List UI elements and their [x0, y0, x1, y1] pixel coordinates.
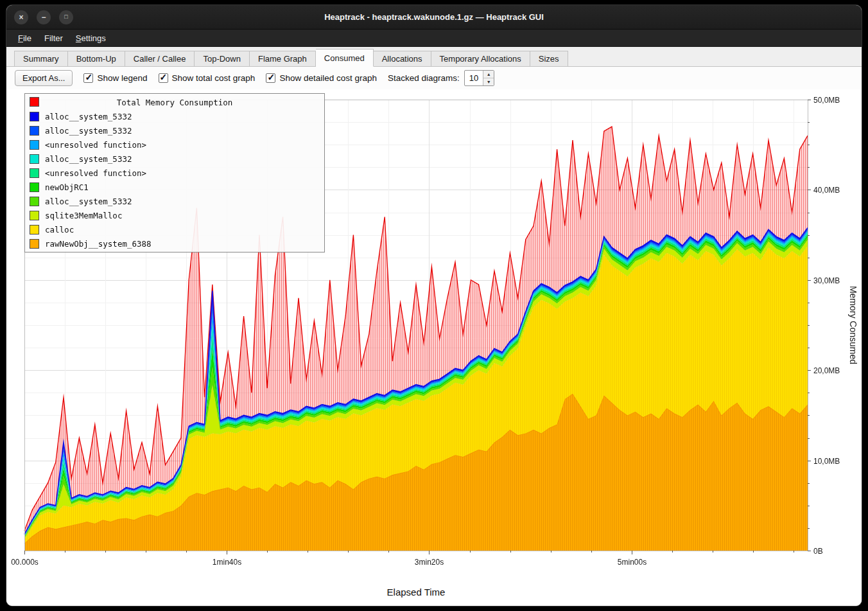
checkbox-check-icon	[83, 73, 93, 83]
legend-swatch	[30, 211, 39, 220]
stacked-diagrams-value: 10	[465, 73, 483, 83]
legend-swatch	[30, 140, 39, 150]
legend-title: Total Memory Consumption	[117, 98, 233, 107]
legend-label: rawNewObj__system_6388	[45, 239, 152, 249]
legend-swatch	[30, 239, 39, 249]
legend-label: <unresolved function>	[45, 140, 146, 150]
legend-total-swatch	[30, 97, 39, 107]
chart-legend: Total Memory Consumption alloc__system_5…	[24, 93, 325, 252]
tab-temporary-allocations[interactable]: Temporary Allocations	[431, 51, 530, 67]
tab-flame-graph[interactable]: Flame Graph	[250, 51, 316, 67]
tab-consumed[interactable]: Consumed	[316, 49, 374, 67]
stacked-diagrams-spinbox[interactable]: 10	[464, 70, 494, 86]
legend-swatch	[30, 112, 39, 121]
legend-swatch	[30, 168, 39, 178]
legend-item-1: alloc__system_5332	[25, 123, 324, 137]
window-controls: × − □	[14, 5, 73, 29]
legend-item-6: alloc__system_5332	[25, 194, 324, 208]
legend-swatch	[30, 126, 39, 136]
tab-caller-callee[interactable]: Caller / Callee	[125, 51, 195, 67]
minimize-button[interactable]: −	[37, 10, 51, 24]
legend-title-row: Total Memory Consumption	[25, 95, 324, 109]
heaptrack-window: × − □ Heaptrack - heaptrack.wakunode.1.g…	[6, 5, 862, 606]
legend-item-9: rawNewObj__system_6388	[25, 236, 324, 251]
titlebar[interactable]: × − □ Heaptrack - heaptrack.wakunode.1.g…	[6, 5, 862, 30]
spin-up-icon[interactable]	[483, 71, 494, 78]
legend-label: <unresolved function>	[45, 168, 146, 178]
export-as-button[interactable]: Export As...	[15, 70, 73, 86]
legend-label: sqlite3MemMalloc	[45, 211, 122, 220]
checkbox-show-total-cost-graph[interactable]: Show total cost graph	[159, 73, 256, 83]
legend-label: alloc__system_5332	[45, 154, 132, 164]
menu-filter[interactable]: Filter	[38, 31, 69, 45]
stacked-diagrams-label: Stacked diagrams:	[388, 73, 460, 83]
legend-item-4: <unresolved function>	[25, 166, 324, 180]
spinner-arrows	[483, 71, 494, 85]
legend-label: alloc__system_5332	[45, 126, 132, 136]
stacked-diagrams-group: Stacked diagrams: 10	[388, 70, 494, 86]
legend-label: calloc	[45, 225, 74, 235]
checkbox-check-icon	[159, 73, 168, 83]
legend-rows: alloc__system_5332alloc__system_5332<unr…	[25, 109, 324, 251]
legend-swatch	[30, 197, 39, 206]
legend-label: newObjRC1	[45, 182, 89, 192]
checkbox-check-icon	[266, 73, 275, 83]
legend-label: alloc__system_5332	[45, 112, 132, 121]
tab-top-down[interactable]: Top-Down	[195, 51, 250, 67]
tab-summary[interactable]: Summary	[14, 51, 68, 67]
spin-down-icon[interactable]	[483, 78, 494, 85]
chart-region: Total Memory Consumption alloc__system_5…	[6, 89, 862, 606]
tabbar: Summary Bottom-Up Caller / Callee Top-Do…	[6, 47, 862, 67]
legend-item-3: alloc__system_5332	[25, 152, 324, 166]
checkbox-show-legend[interactable]: Show legend	[83, 73, 147, 83]
legend-swatch	[30, 225, 39, 235]
checkbox-show-legend-label: Show legend	[97, 73, 147, 83]
tab-bottom-up[interactable]: Bottom-Up	[68, 51, 125, 67]
minimize-icon: −	[41, 13, 46, 21]
menubar: File Filter Settings	[6, 30, 862, 47]
tab-allocations[interactable]: Allocations	[374, 51, 431, 67]
legend-item-7: sqlite3MemMalloc	[25, 208, 324, 222]
menu-settings[interactable]: Settings	[69, 31, 112, 45]
x-axis-title: Elapsed Time	[24, 587, 808, 598]
checkbox-show-detailed-cost-graph[interactable]: Show detailed cost graph	[266, 73, 377, 83]
menu-file[interactable]: File	[12, 31, 38, 45]
legend-swatch	[30, 154, 39, 164]
close-button[interactable]: ×	[14, 10, 28, 24]
window-title: Heaptrack - heaptrack.wakunode.1.gz — He…	[324, 12, 544, 22]
checkbox-show-detailed-cost-graph-label: Show detailed cost graph	[279, 73, 377, 83]
tab-sizes[interactable]: Sizes	[530, 51, 568, 67]
legend-item-8: calloc	[25, 222, 324, 236]
checkbox-show-total-cost-graph-label: Show total cost graph	[172, 73, 256, 83]
legend-item-5: newObjRC1	[25, 180, 324, 194]
legend-item-0: alloc__system_5332	[25, 109, 324, 123]
desktop-background: × − □ Heaptrack - heaptrack.wakunode.1.g…	[0, 0, 868, 611]
legend-item-2: <unresolved function>	[25, 137, 324, 152]
legend-label: alloc__system_5332	[45, 197, 132, 206]
legend-swatch	[30, 182, 39, 192]
toolbar: Export As... Show legend Show total cost…	[6, 67, 862, 89]
maximize-icon: □	[64, 14, 67, 20]
close-icon: ×	[19, 13, 23, 21]
maximize-button[interactable]: □	[59, 10, 73, 24]
